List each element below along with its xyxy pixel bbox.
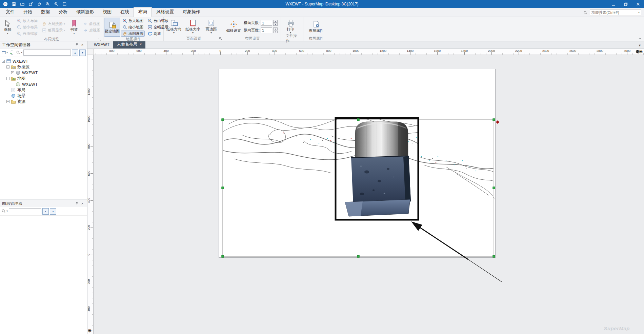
selection-handle[interactable] (493, 187, 495, 189)
offset-settings-button[interactable]: 偏移设置 (225, 18, 242, 36)
collapse-expander-icon[interactable]: - (6, 65, 9, 68)
dialog-launcher-icon[interactable] (98, 38, 102, 41)
save-icon[interactable] (11, 1, 17, 7)
spin-up-icon[interactable]: ▴ (273, 20, 278, 23)
tab-data[interactable]: 数据 (37, 7, 54, 17)
ribbon-tab-row: 文件 开始 数据 分析 倾斜摄影 视图 在线 布局 风格设置 对象操作 ▾ (0, 8, 644, 17)
fit-page-button[interactable]: 整页显示 ▾ (40, 27, 66, 34)
collapse-all-button[interactable]: ▾ (79, 50, 86, 56)
full-extent-icon[interactable] (62, 1, 67, 7)
dialog-launcher-icon[interactable] (219, 37, 222, 40)
lock-map-button[interactable]: 锁定地图 (104, 18, 120, 37)
tab-style-settings[interactable]: 风格设置 (152, 7, 178, 17)
chevron-down-icon[interactable]: ▾ (638, 11, 640, 14)
tree-item-map-wxewt[interactable]: WXEWT (1, 81, 86, 87)
tab-list-dropdown-icon[interactable]: ▼ (636, 44, 644, 48)
spin-down-icon[interactable]: ▾ (273, 31, 278, 33)
selection-handle[interactable] (222, 119, 224, 121)
zoom-in-layout-button[interactable]: 放大布局 (15, 18, 39, 24)
map-roam-button[interactable]: 地图漫游 (121, 31, 145, 37)
close-button[interactable] (632, 0, 644, 8)
selection-handle[interactable] (222, 255, 224, 258)
doc-tab-wxewt[interactable]: WXEWT (90, 41, 113, 48)
tab-layout[interactable]: 布局 (134, 7, 152, 17)
page-margins-button[interactable]: 页边距 ▾ (202, 18, 220, 36)
next-view-button[interactable]: 后视图 (82, 27, 102, 34)
bookmark-button[interactable]: 书签 ▾ (67, 18, 81, 37)
function-search-input[interactable] (591, 11, 637, 15)
tab-oblique-photography[interactable]: 倾斜摄影 (72, 7, 98, 17)
scenes-icon (11, 93, 16, 98)
select-button[interactable]: 选择 ▾ (1, 18, 15, 37)
pan-icon[interactable] (37, 1, 42, 7)
collapse-expander-icon[interactable]: - (6, 77, 9, 80)
pin-icon[interactable] (74, 42, 80, 47)
layout-canvas[interactable]: SuperMap (94, 55, 644, 334)
tree-item-layouts[interactable]: 布局 (1, 87, 86, 93)
expand-all-button[interactable]: ▴ (42, 208, 49, 215)
expand-expander-icon[interactable]: + (11, 71, 14, 74)
zoom-in-map-button[interactable]: 放大地图 (121, 18, 145, 24)
free-zoom-layout-button[interactable]: 自由缩放 (15, 31, 39, 37)
zoom-out-layout-button[interactable]: 缩小布局 (15, 24, 39, 30)
collapse-ribbon-icon[interactable] (638, 37, 642, 40)
close-icon[interactable]: × (80, 42, 85, 47)
datasource-icon (16, 70, 21, 75)
expand-expander-icon[interactable]: + (6, 100, 9, 103)
group-label: 地图操作 (126, 37, 141, 42)
free-zoom-icon (17, 31, 22, 36)
spinner: ▴▾ (273, 27, 278, 33)
tab-object-operations[interactable]: 对象操作 (178, 7, 205, 17)
horizontal-pages-input[interactable] (261, 20, 272, 26)
layout-properties-button[interactable]: 布局属性 (307, 18, 326, 36)
tree-item-scenes[interactable]: 场景 (1, 93, 86, 99)
selection-handle[interactable] (493, 119, 495, 121)
layout-roam-button[interactable]: 布局漫游 ▾ (40, 21, 66, 27)
zoom-out-map-button[interactable]: 缩小地图 (121, 24, 145, 30)
restore-button[interactable] (620, 0, 632, 8)
search-filter-button[interactable]: ▾ (16, 49, 22, 56)
tree-item-datasource-wxewt[interactable]: + WXEWT (1, 70, 86, 76)
zoom-in-icon[interactable] (45, 1, 51, 7)
search-filter-button[interactable]: ▾ (1, 208, 8, 215)
tab-view[interactable]: 视图 (98, 7, 116, 17)
collapse-all-button[interactable]: ▾ (50, 208, 56, 215)
workspace-view-button[interactable]: ▾ (1, 49, 8, 56)
paper-size-button[interactable]: 纸张大小 ▾ (183, 18, 202, 36)
tab-file[interactable]: 文件 (1, 7, 19, 17)
spin-down-icon[interactable]: ▾ (273, 23, 278, 26)
previous-view-button[interactable]: 前视图 (82, 21, 102, 27)
left-sidebar: 工作空间管理器 × ▾ ▾ ▴ ▾ (0, 41, 87, 334)
tree-item-resources[interactable]: + 资源 (1, 99, 86, 104)
selection-handle[interactable] (493, 255, 495, 258)
collapse-expander-icon[interactable]: - (2, 60, 5, 63)
app-logo-icon[interactable]: S (3, 1, 8, 7)
tab-analysis[interactable]: 分析 (54, 7, 72, 17)
layer-search-input[interactable] (9, 208, 41, 214)
workspace-manager-panel: 工作空间管理器 × ▾ ▾ ▴ ▾ (0, 41, 87, 200)
arrow-element (411, 221, 502, 282)
close-icon[interactable]: × (80, 201, 85, 206)
selection-handle[interactable] (222, 187, 224, 189)
vertical-pages-input[interactable] (261, 27, 272, 33)
close-tab-icon[interactable]: × (140, 42, 142, 46)
tree-item-workspace[interactable]: - WXEWT (1, 58, 86, 64)
expand-all-button[interactable]: ▴ (72, 50, 78, 56)
import-button[interactable] (9, 49, 15, 56)
open-workspace-icon[interactable] (20, 1, 25, 7)
tab-home[interactable]: 开始 (19, 7, 37, 17)
tab-online[interactable]: 在线 (116, 7, 134, 17)
pin-icon[interactable] (74, 201, 80, 206)
workspace-search-input[interactable] (23, 50, 71, 56)
spin-up-icon[interactable]: ▴ (273, 27, 278, 30)
minimize-button[interactable] (607, 0, 620, 8)
tree-item-datasources[interactable]: - 数据源 (1, 64, 86, 70)
tree-item-maps[interactable]: - 地图 (1, 76, 86, 81)
zoom-out-icon[interactable] (54, 1, 59, 7)
import-data-icon[interactable] (28, 1, 34, 7)
lock-icon (108, 21, 116, 29)
selection-handle[interactable] (357, 119, 360, 121)
paper-orientation-button[interactable]: 纸张方向 ▾ (164, 18, 183, 36)
group-map-operations: 锁定地图 放大地图 缩小地图 地图漫游 自由缩放 (103, 17, 164, 41)
selection-handle[interactable] (357, 255, 360, 258)
